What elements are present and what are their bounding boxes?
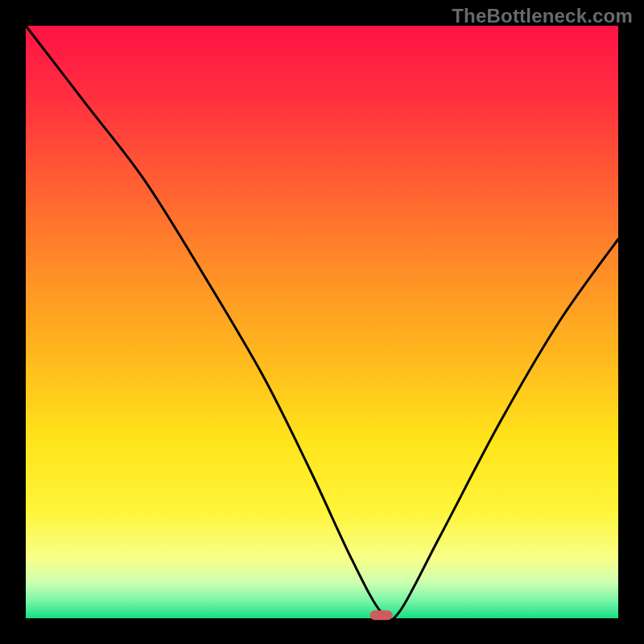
chart-frame: { "watermark": "TheBottleneck.com", "cha… xyxy=(0,0,644,644)
bottleneck-chart xyxy=(0,0,644,644)
plot-area xyxy=(26,26,618,618)
watermark-text: TheBottleneck.com xyxy=(452,5,633,27)
optimum-marker xyxy=(370,610,393,620)
